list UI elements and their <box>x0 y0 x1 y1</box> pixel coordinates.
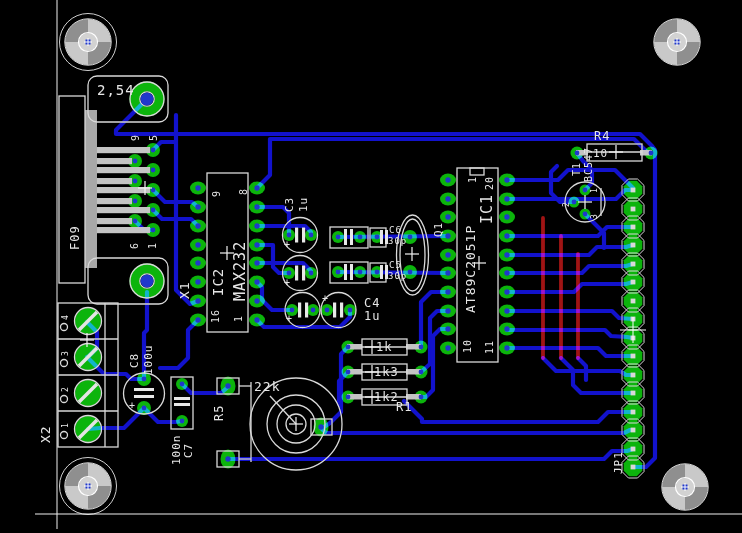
label-bc547[interactable]: BC547 <box>583 147 594 182</box>
capacitor-plate <box>305 303 308 318</box>
drill-hole <box>631 465 636 470</box>
label-6[interactable]: 6 <box>129 242 140 249</box>
label-9[interactable]: 9 <box>211 190 222 197</box>
label-1[interactable]: 1 <box>61 422 70 428</box>
label-1u[interactable]: 1u <box>297 197 310 212</box>
pcb-editor-canvas[interactable]: 2,54C630pC530pC41u1k1k31k2R1R41022k9561F… <box>0 0 742 533</box>
drill-hole <box>254 260 259 265</box>
drill-hole <box>419 370 424 375</box>
label--[interactable]: + <box>284 239 291 250</box>
drill-hole <box>141 93 154 106</box>
capacitor-plate <box>295 228 298 243</box>
drill-hole <box>195 242 200 247</box>
drill-hole <box>309 233 314 238</box>
label-3[interactable]: 3 <box>590 213 599 219</box>
label-jp1[interactable]: JP1 <box>612 451 625 474</box>
label-f09[interactable]: F09 <box>68 225 82 250</box>
label-ic2[interactable]: IC2 <box>210 268 226 296</box>
board-drawing[interactable]: 2,54C630pC530pC41u1k1k31k2R1R41022k9561F… <box>0 0 742 533</box>
label-x1[interactable]: X1 <box>177 281 192 299</box>
connector-pin <box>97 178 132 184</box>
drill-hole <box>195 298 200 303</box>
label-1[interactable]: 1 <box>233 315 244 322</box>
label--[interactable]: + <box>129 400 136 411</box>
drill-hole <box>649 151 654 156</box>
label-2-54[interactable]: 2,54 <box>97 82 135 98</box>
label-8[interactable]: 8 <box>238 188 249 195</box>
drill-hole <box>254 279 259 284</box>
label-16[interactable]: 16 <box>210 309 221 323</box>
capacitor-plate <box>302 266 305 281</box>
label-max232[interactable]: MAX232 <box>231 241 249 301</box>
label-1k2[interactable]: 1k2 <box>374 390 399 404</box>
drill-hole <box>151 208 156 213</box>
drill-hole <box>504 289 509 294</box>
label-1k3[interactable]: 1k3 <box>374 365 399 379</box>
capacitor-plate <box>302 228 305 243</box>
label--[interactable]: + <box>322 293 329 304</box>
label-c3[interactable]: C3 <box>283 197 296 212</box>
label-10[interactable]: 10 <box>593 147 608 160</box>
connector-pin <box>85 110 97 268</box>
label-1u[interactable]: 1u <box>364 309 380 323</box>
capacitor-plate <box>340 303 343 318</box>
label-r5[interactable]: R5 <box>212 405 226 421</box>
label-30p[interactable]: 30p <box>388 236 407 246</box>
drill-hole <box>504 252 509 257</box>
drill-hole <box>631 262 636 267</box>
label-1[interactable]: 1 <box>467 176 478 183</box>
drill-hole <box>445 326 450 331</box>
connector-pin <box>97 218 132 224</box>
drill-hole <box>318 424 323 429</box>
label-30p[interactable]: 30p <box>388 271 407 281</box>
label-c8[interactable]: C8 <box>128 353 141 368</box>
label-20[interactable]: 20 <box>484 176 495 190</box>
label-q1[interactable]: Q1 <box>432 222 445 237</box>
drill-hole <box>445 289 450 294</box>
drill-hole <box>142 406 147 411</box>
label--[interactable]: + <box>284 277 291 288</box>
label-22k[interactable]: 22k <box>254 379 280 394</box>
label-r4[interactable]: R4 <box>594 129 610 143</box>
label-at89c2051p[interactable]: AT89C2051P <box>463 225 478 313</box>
drill-hole <box>419 345 424 350</box>
label--[interactable]: + <box>286 313 293 324</box>
label-t1[interactable]: T1 <box>571 162 582 176</box>
label-10[interactable]: 10 <box>462 339 473 353</box>
label-2[interactable]: 2 <box>61 386 70 392</box>
drill-hole <box>180 382 185 387</box>
label-1[interactable]: 1 <box>590 187 599 193</box>
capacitor-plate <box>295 266 298 281</box>
drill-hole <box>142 377 147 382</box>
label-1k[interactable]: 1k <box>376 340 392 354</box>
drill-hole <box>631 207 636 212</box>
drill-hole <box>358 235 363 240</box>
drill-hole <box>504 326 509 331</box>
label-1[interactable]: 1 <box>147 242 158 249</box>
drill-hole <box>583 212 588 217</box>
label-c5[interactable]: C5 <box>389 260 402 270</box>
label-ic1[interactable]: IC1 <box>478 194 496 224</box>
label-4[interactable]: 4 <box>61 314 70 320</box>
capacitor-plate <box>333 303 336 318</box>
drill-hole <box>419 395 424 400</box>
drill-hole <box>504 177 509 182</box>
label-c7[interactable]: C7 <box>182 443 195 458</box>
drill-hole <box>254 223 259 228</box>
label-11[interactable]: 11 <box>484 340 495 354</box>
drill-hole <box>287 233 292 238</box>
label-c4[interactable]: C4 <box>364 296 380 310</box>
drill-hole <box>346 345 351 350</box>
label-5[interactable]: 5 <box>148 134 159 141</box>
label-2[interactable]: 2 <box>562 201 571 207</box>
drill-hole <box>408 235 413 240</box>
drill-hole <box>631 280 636 285</box>
label-x2[interactable]: X2 <box>38 425 53 443</box>
label-9[interactable]: 9 <box>130 134 141 141</box>
label-3[interactable]: 3 <box>61 350 70 356</box>
drill-hole <box>572 200 577 205</box>
label-c6[interactable]: C6 <box>389 225 402 235</box>
label-r1[interactable]: R1 <box>396 400 412 414</box>
connector-pin <box>97 147 150 153</box>
label-100u[interactable]: 100u <box>142 345 155 376</box>
